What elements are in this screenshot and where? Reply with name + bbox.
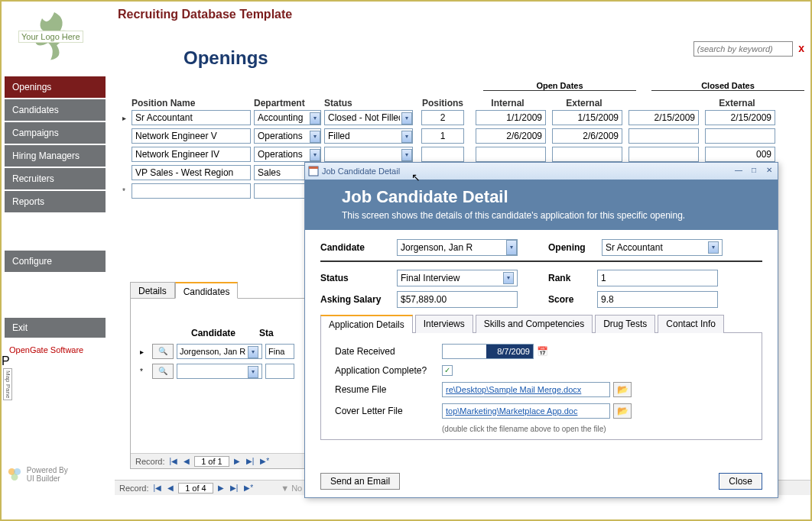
resume-file-link[interactable]: re\Desktop\Sample Mail Merge.docx bbox=[442, 382, 610, 397]
cover-browse-button[interactable]: 📂 bbox=[613, 403, 632, 419]
chevron-down-icon[interactable]: ▾ bbox=[503, 272, 514, 284]
nav-recruiters[interactable]: Recruiters bbox=[5, 168, 106, 189]
positions-input[interactable] bbox=[421, 128, 464, 144]
banner-title: Job Candidate Detail bbox=[342, 187, 759, 207]
status-combo[interactable]: ▾ bbox=[397, 270, 518, 286]
chevron-down-icon[interactable]: ▾ bbox=[401, 112, 412, 125]
recnav-first[interactable]: |◀ bbox=[168, 457, 180, 465]
position-input[interactable] bbox=[132, 110, 251, 125]
opengate-link[interactable]: OpenGate Software bbox=[9, 345, 115, 354]
chevron-down-icon[interactable]: ▾ bbox=[401, 149, 412, 161]
opening-input[interactable] bbox=[602, 239, 723, 256]
nav-openings[interactable]: Openings bbox=[5, 76, 106, 98]
sub-record-nav: Record: |◀ ◀ 1 of 1 ▶ ▶| ▶* bbox=[131, 453, 313, 468]
logo: Your Logo Here bbox=[5, 6, 104, 67]
position-input[interactable] bbox=[132, 165, 251, 180]
main-recnav-next[interactable]: ▶ bbox=[216, 484, 226, 492]
cover-file-link[interactable]: top\Marketing\Marketplace App.doc bbox=[442, 403, 610, 419]
open-external-input[interactable] bbox=[552, 147, 622, 162]
position-input[interactable] bbox=[132, 128, 251, 144]
search-input[interactable] bbox=[693, 41, 793, 57]
recnav-last[interactable]: ▶| bbox=[245, 457, 256, 465]
tab-candidates[interactable]: Candidates bbox=[175, 282, 239, 299]
status-input[interactable] bbox=[324, 147, 413, 162]
status-input[interactable] bbox=[265, 344, 294, 359]
open-internal-input[interactable] bbox=[476, 110, 546, 125]
search-clear-icon[interactable]: x bbox=[798, 42, 804, 54]
closed-external-input[interactable] bbox=[705, 147, 775, 162]
nav-hiring-managers[interactable]: Hiring Managers bbox=[5, 145, 106, 167]
chevron-down-icon[interactable]: ▾ bbox=[401, 131, 412, 143]
nav-campaigns[interactable]: Campaigns bbox=[5, 122, 106, 144]
recnav-new[interactable]: ▶* bbox=[258, 457, 271, 465]
closed-external-input[interactable] bbox=[705, 128, 775, 144]
send-email-button[interactable]: Send an Email bbox=[320, 473, 400, 490]
status-input[interactable] bbox=[397, 270, 518, 286]
chevron-down-icon[interactable]: ▾ bbox=[248, 346, 258, 358]
tab-drug-tests[interactable]: Drug Tests bbox=[595, 315, 655, 333]
open-detail-button[interactable]: 🔍 bbox=[152, 364, 174, 379]
status-input[interactable] bbox=[265, 364, 294, 379]
table-row: ▾▾ bbox=[116, 145, 810, 163]
open-external-input[interactable] bbox=[552, 128, 622, 144]
nav-candidates[interactable]: Candidates bbox=[5, 99, 106, 121]
chevron-down-icon[interactable]: ▾ bbox=[708, 241, 719, 254]
app-complete-checkbox[interactable]: ✓ bbox=[442, 365, 453, 376]
calendar-icon[interactable]: 📅 bbox=[537, 346, 551, 357]
candidate-combo[interactable]: ▾ bbox=[397, 239, 518, 256]
open-external-input[interactable] bbox=[552, 110, 622, 125]
positions-input[interactable] bbox=[421, 147, 464, 162]
row-selector[interactable]: ▸ bbox=[140, 348, 152, 356]
dialog-titlebar[interactable]: Job Candidate Detail — □ ✕ bbox=[305, 163, 778, 180]
nav-reports[interactable]: Reports bbox=[5, 191, 106, 212]
open-internal-input[interactable] bbox=[476, 128, 546, 144]
positions-input[interactable] bbox=[421, 110, 464, 125]
tab-contact-info[interactable]: Contact Info bbox=[658, 315, 724, 333]
recnav-next[interactable]: ▶ bbox=[232, 457, 242, 465]
window-minimize-icon[interactable]: — bbox=[732, 166, 745, 176]
main-recnav-last[interactable]: ▶| bbox=[229, 484, 240, 492]
window-close-icon[interactable]: ✕ bbox=[762, 166, 776, 176]
nav-exit[interactable]: Exit bbox=[5, 318, 106, 338]
closed-internal-input[interactable] bbox=[628, 147, 699, 162]
asking-salary-input[interactable] bbox=[397, 291, 518, 308]
map-pane-tab[interactable]: Map Pane bbox=[3, 368, 12, 400]
chevron-down-icon[interactable]: ▾ bbox=[506, 240, 517, 255]
row-selector[interactable]: ▸ bbox=[116, 114, 132, 122]
chevron-down-icon[interactable]: ▾ bbox=[248, 366, 258, 378]
tab-skills[interactable]: Skills and Competencies bbox=[476, 315, 593, 333]
label-status: Status bbox=[320, 273, 397, 283]
status-input[interactable] bbox=[324, 128, 413, 144]
rank-input[interactable] bbox=[597, 270, 718, 286]
recnav-label: Record: bbox=[135, 457, 165, 466]
status-input[interactable] bbox=[324, 110, 413, 125]
tab-interviews[interactable]: Interviews bbox=[415, 315, 473, 333]
tab-details[interactable]: Details bbox=[130, 282, 175, 299]
date-received-input[interactable]: 8/7/2009 bbox=[442, 344, 534, 359]
open-internal-input[interactable] bbox=[476, 147, 546, 162]
resume-browse-button[interactable]: 📂 bbox=[613, 382, 632, 397]
window-maximize-icon[interactable]: □ bbox=[747, 166, 761, 176]
main-recnav-first[interactable]: |◀ bbox=[152, 484, 164, 492]
nav-configure[interactable]: Configure bbox=[5, 251, 106, 272]
row-selector[interactable]: * bbox=[140, 367, 152, 376]
position-input[interactable] bbox=[132, 147, 251, 162]
col-department: Department bbox=[254, 98, 324, 108]
candidate-input[interactable] bbox=[397, 239, 518, 256]
opening-combo[interactable]: ▾ bbox=[602, 239, 723, 256]
close-button[interactable]: Close bbox=[719, 473, 762, 490]
main-recnav-prev[interactable]: ◀ bbox=[166, 484, 175, 492]
tab-application-details[interactable]: Application Details bbox=[320, 315, 413, 333]
chevron-down-icon[interactable]: ▾ bbox=[310, 131, 320, 143]
chevron-down-icon[interactable]: ▾ bbox=[310, 112, 320, 125]
position-input[interactable] bbox=[132, 183, 251, 199]
closed-internal-input[interactable] bbox=[628, 110, 699, 125]
chevron-down-icon[interactable]: ▾ bbox=[310, 149, 320, 161]
closed-internal-input[interactable] bbox=[628, 128, 699, 144]
closed-external-input[interactable] bbox=[705, 110, 775, 125]
score-input[interactable] bbox=[597, 291, 718, 308]
open-detail-button[interactable]: 🔍 bbox=[152, 344, 174, 359]
recnav-prev[interactable]: ◀ bbox=[182, 457, 191, 465]
main-recnav-new[interactable]: ▶* bbox=[242, 484, 255, 492]
row-selector[interactable]: * bbox=[116, 187, 132, 196]
